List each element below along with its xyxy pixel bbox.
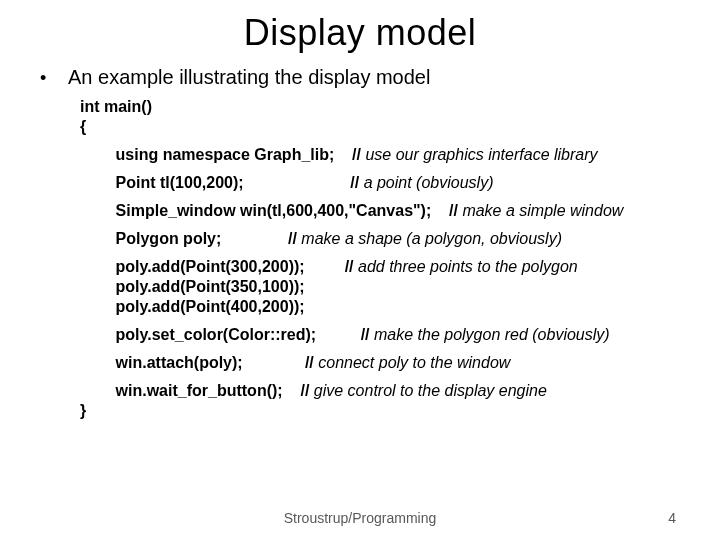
code-line: win.attach(poly); // connect poly to the… [80,353,680,373]
code-line: win.wait_for_button(); // give control t… [80,381,680,401]
code-line: poly.add(Point(350,100)); [80,277,680,297]
bullet-text: An example illustrating the display mode… [40,66,680,89]
code-line: poly.add(Point(300,200)); // add three p… [80,257,680,277]
code-line: Point tl(100,200); // a point (obviously… [80,173,680,193]
code-line: Simple_window win(tl,600,400,"Canvas"); … [80,201,680,221]
footer-center: Stroustrup/Programming [0,510,720,526]
slide-title: Display model [40,12,680,54]
code-line: int main() [80,97,680,117]
code-line: { [80,117,680,137]
slide: Display model An example illustrating th… [0,0,720,540]
code-line: poly.add(Point(400,200)); [80,297,680,317]
code-line: poly.set_color(Color::red); // make the … [80,325,680,345]
code-line: } [80,401,680,421]
code-line: using namespace Graph_lib; // use our gr… [80,145,680,165]
bullet-label: An example illustrating the display mode… [68,66,430,88]
code-block: int main() { using namespace Graph_lib; … [80,97,680,421]
page-number: 4 [668,510,676,526]
code-line: Polygon poly; // make a shape (a polygon… [80,229,680,249]
